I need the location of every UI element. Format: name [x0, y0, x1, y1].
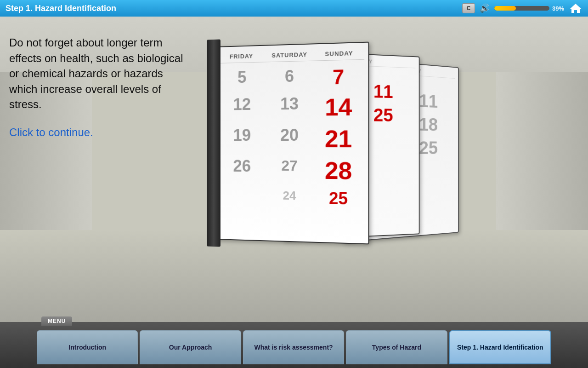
- nav-tabs: Introduction Our Approach What is risk a…: [0, 327, 588, 368]
- calendar-image: NDAY DAY 11 11 18 18 25 25 22 NDAY DAY 4…: [193, 26, 423, 293]
- calendar-3d: NDAY DAY 11 11 18 18 25 25 22 NDAY DAY 4…: [193, 26, 423, 293]
- bottom-navigation: MENU Introduction Our Approach What is r…: [0, 322, 588, 368]
- home-button[interactable]: [569, 2, 582, 14]
- menu-label: MENU: [41, 316, 72, 326]
- main-content: Do not forget about longer term effects …: [0, 17, 588, 322]
- cal-5: 5: [220, 66, 265, 92]
- calendar-front: FRIDAY SATURDAY SUNDAY 5 6 7 12 13 14 19…: [214, 42, 369, 245]
- progress-text: 39%: [552, 5, 564, 12]
- cal-14: 14: [315, 92, 362, 122]
- day-friday: FRIDAY: [218, 52, 265, 61]
- cal-27: 27: [266, 155, 313, 185]
- header: Step 1. Hazard Identification C 🔊 39%: [0, 0, 588, 17]
- day-saturday: SATURDAY: [265, 51, 314, 59]
- cal-19: 19: [220, 124, 265, 153]
- continue-link[interactable]: Click to continue.: [9, 126, 93, 138]
- calendar-header: FRIDAY SATURDAY SUNDAY: [218, 46, 364, 63]
- cal-12: 12: [220, 93, 265, 123]
- cal-26: 26: [220, 155, 265, 184]
- cal-25: 25: [315, 187, 362, 211]
- cal-28: 28: [315, 155, 362, 186]
- main-text: Do not forget about longer term effects …: [9, 35, 188, 112]
- cal-20: 20: [266, 124, 313, 154]
- tab-our-approach[interactable]: Our Approach: [140, 330, 241, 364]
- progress-fill: [494, 6, 516, 11]
- tab-step1[interactable]: Step 1. Hazard Identification: [449, 330, 551, 364]
- svg-marker-0: [570, 4, 581, 13]
- tab-introduction[interactable]: Introduction: [37, 330, 138, 364]
- calendar-grid: 5 6 7 12 13 14 19 20 21 26 27 28 24 25: [218, 63, 364, 210]
- cal-21: 21: [315, 124, 362, 154]
- volume-icon[interactable]: 🔊: [480, 3, 490, 13]
- tab-what-is-risk[interactable]: What is risk assessment?: [243, 330, 344, 364]
- cal-7: 7: [315, 63, 362, 91]
- progress-bar: [494, 6, 549, 11]
- ctrl-button[interactable]: C: [462, 3, 475, 13]
- calendar-spine: [207, 40, 220, 247]
- header-controls: C 🔊 39%: [462, 2, 582, 14]
- text-content: Do not forget about longer term effects …: [9, 35, 188, 139]
- cal-bot1: [220, 186, 265, 208]
- page-title: Step 1. Hazard Identification: [6, 4, 462, 13]
- progress-bar-container: 39%: [494, 5, 564, 12]
- cal-24: 24: [266, 186, 313, 209]
- day-sunday: SUNDAY: [314, 49, 365, 58]
- cal-6: 6: [266, 65, 313, 92]
- tab-types-of-hazard[interactable]: Types of Hazard: [346, 330, 447, 364]
- cal-13: 13: [266, 92, 313, 122]
